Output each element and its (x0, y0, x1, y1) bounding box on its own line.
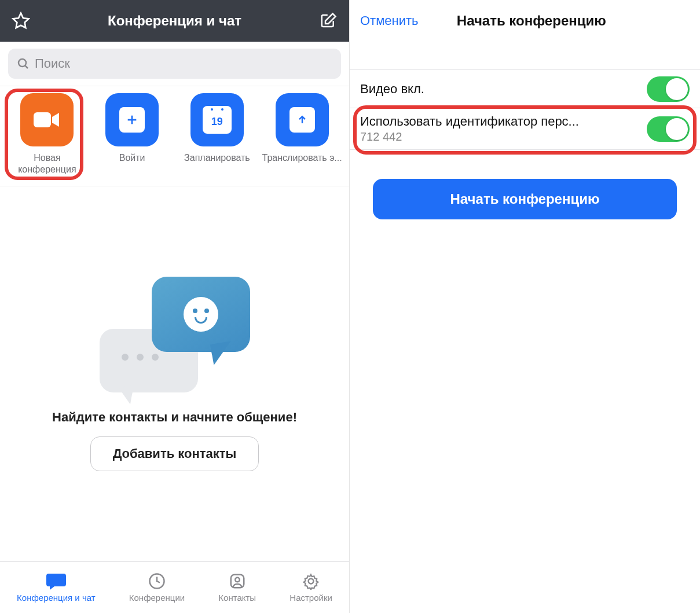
tab-meetings-chat[interactable]: Конференция и чат (17, 572, 96, 603)
search-icon (16, 57, 30, 71)
tab-label: Настройки (289, 593, 332, 603)
settings-rows: Видео вкл. Использовать идентификатор пе… (350, 69, 700, 150)
share-button[interactable] (276, 93, 329, 146)
search-wrap (0, 42, 349, 86)
clock-icon (148, 572, 166, 590)
video-toggle[interactable] (647, 76, 690, 102)
svg-line-2 (25, 65, 28, 68)
star-icon (12, 12, 30, 30)
tab-label: Контакты (218, 593, 256, 603)
video-camera-icon (32, 110, 61, 130)
svg-marker-0 (13, 13, 29, 28)
tile-new-meeting[interactable]: Новая конференция (6, 93, 88, 175)
pmi-toggle[interactable] (647, 116, 690, 142)
chat-bubble-icon (46, 572, 66, 590)
start-button-wrap: Начать конференцию (350, 150, 700, 248)
search-input[interactable] (35, 56, 333, 71)
tab-label: Конференция и чат (17, 593, 96, 603)
start-meeting-button[interactable]: Начать конференцию (373, 179, 677, 219)
favorites-button[interactable] (10, 10, 31, 31)
main-screen: Конференция и чат Новая конференция (0, 0, 350, 613)
compose-icon (320, 12, 337, 30)
tile-label: Транслировать э... (262, 152, 342, 164)
row-use-pmi: Использовать идентификатор перс... 712 4… (350, 108, 700, 149)
header: Конференция и чат (0, 0, 349, 42)
spacer (350, 42, 700, 69)
modal-header: Отменить Начать конференцию (350, 0, 700, 42)
empty-state: Найдите контакты и начните общение! Доба… (0, 186, 349, 561)
start-meeting-screen: Отменить Начать конференцию Видео вкл. И… (350, 0, 700, 613)
svg-point-1 (19, 59, 26, 67)
join-button[interactable] (105, 93, 159, 146)
tab-meetings[interactable]: Конференции (129, 572, 185, 603)
svg-point-9 (235, 578, 240, 582)
search-field[interactable] (8, 49, 341, 79)
empty-title: Найдите контакты и начните общение! (52, 410, 297, 425)
tab-contacts[interactable]: Контакты (218, 572, 256, 603)
empty-illustration (100, 277, 250, 398)
tile-share-screen[interactable]: Транслировать э... (261, 93, 343, 164)
cancel-button[interactable]: Отменить (360, 13, 419, 28)
svg-rect-3 (34, 112, 51, 127)
row-label: Видео вкл. (360, 82, 424, 97)
tile-join[interactable]: Войти (91, 93, 173, 164)
pmi-value: 712 442 (360, 130, 579, 144)
tile-schedule[interactable]: 19 Запланировать (176, 93, 258, 164)
row-video-on: Видео вкл. (350, 70, 700, 108)
new-meeting-button[interactable] (20, 93, 74, 146)
tile-label: Новая конференция (6, 152, 88, 175)
gear-icon (302, 572, 320, 590)
plus-icon (126, 113, 138, 126)
tile-label: Запланировать (184, 152, 250, 164)
add-contacts-button[interactable]: Добавить контакты (90, 436, 259, 471)
tab-settings[interactable]: Настройки (289, 572, 332, 603)
tile-label: Войти (119, 152, 145, 164)
action-tiles: Новая конференция Войти 19 Запланиро (0, 86, 349, 186)
calendar-day: 19 (211, 116, 223, 128)
contact-icon (229, 572, 246, 590)
tab-bar: Конференция и чат Конференции Контакты Н… (0, 561, 349, 613)
svg-point-10 (309, 579, 314, 584)
calendar-icon: 19 (203, 106, 232, 134)
schedule-button[interactable]: 19 (190, 93, 244, 146)
upload-arrow-icon (296, 114, 308, 126)
tab-label: Конференции (129, 593, 185, 603)
row-label: Использовать идентификатор перс... (360, 114, 579, 129)
modal-title: Начать конференцию (426, 13, 690, 29)
header-title: Конференция и чат (31, 13, 318, 29)
compose-button[interactable] (318, 10, 339, 31)
